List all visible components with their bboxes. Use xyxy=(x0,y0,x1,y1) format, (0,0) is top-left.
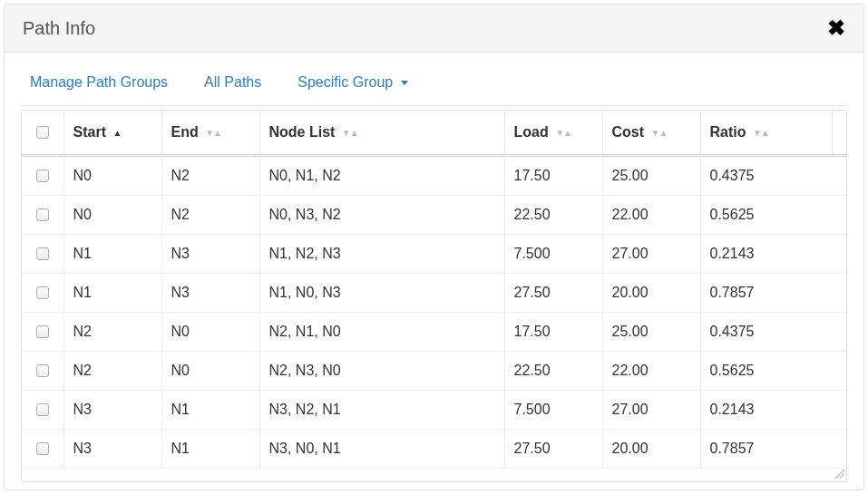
cell-ratio: 0.7857 xyxy=(700,430,846,469)
header-start[interactable]: Start ▲ xyxy=(63,111,161,156)
sort-icon: ▼▲ xyxy=(205,128,221,138)
cell-cost: 22.00 xyxy=(602,352,700,391)
panel-body: Manage Path Groups All Paths Specific Gr… xyxy=(5,53,863,489)
cell-cost: 25.00 xyxy=(602,157,700,196)
cell-nodelist: N1, N0, N3 xyxy=(259,274,504,313)
cell-load: 27.50 xyxy=(504,430,602,469)
table-row[interactable]: N3N1N3, N0, N127.5020.000.7857 xyxy=(22,430,846,469)
cell-start: N2 xyxy=(63,352,161,391)
cell-start: N1 xyxy=(63,235,161,274)
cell-ratio: 0.2143 xyxy=(700,235,846,274)
cell-ratio: 0.2143 xyxy=(700,391,846,430)
row-checkbox[interactable] xyxy=(36,325,49,338)
cell-start: N1 xyxy=(63,274,161,313)
cell-load: 22.50 xyxy=(504,352,602,391)
cell-nodelist: N3, N0, N1 xyxy=(259,430,504,469)
sort-icon: ▼▲ xyxy=(753,128,769,138)
specific-group-dropdown[interactable]: Specific Group xyxy=(297,74,407,91)
cell-start: N3 xyxy=(63,391,161,430)
row-checkbox[interactable] xyxy=(36,170,49,182)
table-row[interactable]: N0N2N0, N3, N222.5022.000.5625 xyxy=(22,196,846,235)
cell-load: 17.50 xyxy=(504,313,602,352)
cell-cost: 22.00 xyxy=(602,196,700,235)
path-info-panel: Path Info ✖ Manage Path Groups All Paths… xyxy=(4,4,864,490)
cell-nodelist: N0, N1, N2 xyxy=(259,157,504,196)
cell-cost: 25.00 xyxy=(602,313,700,352)
cell-ratio: 0.4375 xyxy=(700,313,846,352)
path-table-container: Start ▲ End ▼▲ Node List ▼▲ Load xyxy=(21,110,847,482)
cell-start: N0 xyxy=(63,196,161,235)
cell-cost: 20.00 xyxy=(602,430,700,469)
table-row[interactable]: N3N1N3, N2, N17.50027.000.2143 xyxy=(22,391,846,430)
cell-end: N0 xyxy=(161,313,259,352)
table-row[interactable]: N2N0N2, N1, N017.5025.000.4375 xyxy=(22,313,846,352)
table-row[interactable]: N0N2N0, N1, N217.5025.000.4375 xyxy=(22,157,846,196)
row-checkbox[interactable] xyxy=(36,247,49,260)
header-end[interactable]: End ▼▲ xyxy=(161,111,259,156)
cell-nodelist: N1, N2, N3 xyxy=(259,235,504,274)
cell-end: N2 xyxy=(161,157,259,196)
cell-end: N1 xyxy=(161,430,259,469)
cell-load: 7.500 xyxy=(504,235,602,274)
cell-end: N3 xyxy=(161,235,259,274)
panel-title: Path Info xyxy=(23,18,95,39)
cell-load: 7.500 xyxy=(504,391,602,430)
select-all-checkbox[interactable] xyxy=(36,126,49,139)
row-checkbox[interactable] xyxy=(36,364,49,377)
row-checkbox[interactable] xyxy=(36,208,49,221)
cell-cost: 27.00 xyxy=(602,235,700,274)
row-checkbox[interactable] xyxy=(36,403,49,416)
row-checkbox[interactable] xyxy=(36,286,49,299)
caret-down-icon xyxy=(401,81,408,85)
table-row[interactable]: N2N0N2, N3, N022.5022.000.5625 xyxy=(22,352,846,391)
header-ratio[interactable]: Ratio ▼▲ xyxy=(700,111,832,156)
panel-header: Path Info ✖ xyxy=(5,5,863,53)
cell-end: N1 xyxy=(161,391,259,430)
cell-cost: 27.00 xyxy=(602,391,700,430)
table-row[interactable]: N1N3N1, N0, N327.5020.000.7857 xyxy=(22,274,846,313)
cell-load: 17.50 xyxy=(504,157,602,196)
cell-nodelist: N2, N1, N0 xyxy=(259,313,504,352)
manage-path-groups-link[interactable]: Manage Path Groups xyxy=(30,74,168,91)
close-button[interactable]: ✖ xyxy=(827,17,845,39)
header-load[interactable]: Load ▼▲ xyxy=(504,111,602,156)
path-table-header: Start ▲ End ▼▲ Node List ▼▲ Load xyxy=(22,111,846,157)
cell-load: 22.50 xyxy=(504,196,602,235)
table-body-scroll[interactable]: N0N2N0, N1, N217.5025.000.4375N0N2N0, N3… xyxy=(22,157,846,481)
cell-start: N2 xyxy=(63,313,161,352)
cell-nodelist: N2, N3, N0 xyxy=(259,352,504,391)
cell-start: N0 xyxy=(63,157,161,196)
header-nodelist[interactable]: Node List ▼▲ xyxy=(259,111,504,156)
header-select-all[interactable] xyxy=(22,111,63,156)
cell-end: N3 xyxy=(161,274,259,313)
sort-icon: ▼▲ xyxy=(651,128,668,138)
toolbar: Manage Path Groups All Paths Specific Gr… xyxy=(21,69,847,106)
row-checkbox[interactable] xyxy=(36,442,49,455)
all-paths-link[interactable]: All Paths xyxy=(204,74,261,91)
specific-group-label: Specific Group xyxy=(297,74,393,90)
sort-icon: ▼▲ xyxy=(555,128,571,138)
close-icon: ✖ xyxy=(827,15,845,40)
cell-start: N3 xyxy=(63,430,161,469)
table-row[interactable]: N1N3N1, N2, N37.50027.000.2143 xyxy=(22,235,846,274)
cell-end: N0 xyxy=(161,352,259,391)
cell-ratio: 0.5625 xyxy=(700,352,846,391)
cell-end: N2 xyxy=(161,196,259,235)
cell-nodelist: N0, N3, N2 xyxy=(259,196,504,235)
header-cost[interactable]: Cost ▼▲ xyxy=(602,111,700,156)
cell-nodelist: N3, N2, N1 xyxy=(259,391,504,430)
cell-ratio: 0.4375 xyxy=(700,157,846,196)
sort-icon: ▼▲ xyxy=(342,128,358,138)
cell-ratio: 0.7857 xyxy=(700,274,846,313)
cell-ratio: 0.5625 xyxy=(700,196,846,235)
sort-icon: ▲ xyxy=(112,128,121,138)
cell-load: 27.50 xyxy=(504,274,602,313)
cell-cost: 20.00 xyxy=(602,274,700,313)
